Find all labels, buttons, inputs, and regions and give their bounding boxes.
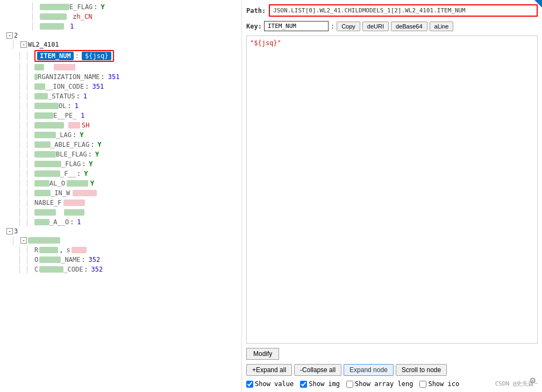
tree-indent [19, 140, 26, 149]
node-value: Y [89, 160, 92, 168]
tree-node-n-cn [0, 208, 241, 217]
tree-node-wl2-4101[interactable]: - WL2_4101 [0, 40, 241, 49]
tree-node-3-c-code: C _CODE : 352 [0, 265, 241, 274]
tree-node-index-3[interactable]: - 3 [0, 227, 241, 236]
json-tree-panel: E_FLAG : Y zh_CN 1 - 2 - WL2_4101 [0, 0, 242, 392]
node-key: _STATUS [48, 92, 75, 100]
debase64-button[interactable]: deBase64 [391, 22, 427, 31]
node-key: AL_O [49, 180, 65, 187]
blurred-key [39, 266, 63, 273]
action-row: +Expand all -Collapse all Expand node Sc… [246, 364, 538, 376]
tree-node-index-2[interactable]: - 2 [0, 31, 241, 40]
colon: : [77, 170, 81, 177]
node-key: __ION_CODE [45, 83, 84, 90]
deuri-button[interactable]: deURI [362, 22, 389, 31]
tree-indent [27, 111, 33, 120]
show-value-checkbox[interactable]: Show value [246, 380, 294, 388]
path-input[interactable] [269, 4, 538, 17]
show-img-checkbox[interactable]: Show img [300, 380, 340, 388]
wl2-label: WL2_4101 [28, 41, 59, 48]
toggle-icon[interactable]: - [20, 237, 27, 244]
colon: : [101, 73, 105, 81]
tree-indent [27, 102, 33, 110]
node-value: 1 [77, 218, 81, 226]
tree-node-ol: OL : 1 [0, 101, 241, 111]
node-key: OL [59, 102, 66, 110]
tree-indent [19, 82, 26, 91]
show-value-input[interactable] [246, 381, 253, 388]
node-key: BLE_FLAG [56, 151, 87, 158]
index-label: 2 [14, 32, 18, 39]
show-ico-checkbox[interactable]: Show ico [419, 380, 459, 388]
node-value: 351 [108, 73, 120, 81]
node-key: C [34, 266, 38, 273]
tree-indent [27, 208, 33, 217]
tree-indent [27, 92, 33, 101]
key-input[interactable] [264, 21, 329, 31]
blurred-value [73, 190, 97, 196]
node-value: 1 [70, 23, 74, 30]
blurred-key [34, 151, 56, 158]
blurred-key [39, 256, 61, 263]
modify-button[interactable]: Modify [246, 348, 279, 360]
node-key-2: _CODE [63, 266, 83, 273]
tree-node-s-a-o: _A__O : 1 [0, 217, 241, 227]
path-label: Path: [246, 7, 266, 15]
index-label: 3 [14, 227, 18, 235]
tree-indent [27, 121, 33, 130]
tree-node-3-sub[interactable]: - [0, 236, 241, 245]
blurred-parent-label [28, 237, 60, 244]
blurred-key [34, 161, 61, 167]
colon: : [85, 83, 89, 90]
tree-indent [19, 52, 26, 60]
blurred-value [54, 64, 75, 70]
show-img-input[interactable] [300, 381, 307, 388]
colon: : [76, 92, 80, 100]
node-value: Y [101, 3, 105, 11]
tree-indent [19, 111, 26, 120]
node-key: NABLE_F [34, 199, 62, 206]
tree-indent [27, 140, 33, 149]
toggle-icon[interactable]: - [20, 41, 27, 48]
colon [65, 23, 69, 30]
tree-node-item-num[interactable]: ITEM_NUM : ${jsq} ➤ [0, 49, 241, 62]
tree-indent [19, 73, 26, 81]
blurred-key [34, 64, 44, 70]
tree-indent [27, 131, 33, 139]
tree-indent [32, 3, 39, 11]
aline-button[interactable]: aLine [430, 22, 454, 31]
colon: : [84, 266, 88, 273]
tree-indent [27, 189, 33, 197]
blurred-key [34, 103, 59, 109]
show-array-leng-label: Show array leng [355, 380, 413, 388]
node-key: R [34, 246, 38, 254]
blurred-key2 [67, 180, 88, 187]
node-key: RGANIZATION_NAME [38, 73, 100, 81]
node-value: Y [84, 170, 88, 177]
toggle-icon[interactable]: - [6, 228, 13, 234]
show-array-leng-input[interactable] [346, 381, 353, 388]
toggle-icon[interactable]: - [6, 32, 13, 39]
show-ico-input[interactable] [419, 381, 426, 388]
show-array-leng-checkbox[interactable]: Show array leng [346, 380, 413, 388]
watermark: CSDN @史先森~ [495, 380, 538, 388]
blurred-key [34, 209, 56, 216]
blurred-key [34, 122, 64, 129]
key-row: Key: : Copy deURI deBase64 aLine [246, 21, 538, 31]
node-value: 1 [83, 92, 87, 100]
tree-indent [27, 82, 33, 91]
tree-indent [19, 218, 26, 226]
tree-indent [27, 265, 33, 274]
node-s: s [66, 246, 70, 254]
tree-node-ct-code: __ION_CODE : 351 [0, 82, 241, 91]
collapse-all-button[interactable]: -Collapse all [294, 364, 341, 376]
show-img-label: Show img [309, 380, 340, 388]
blurred-value [63, 199, 85, 206]
tree-node-is: 1 [0, 22, 241, 31]
tree-node-pe: E__PE_ 1 [0, 111, 241, 120]
expand-all-button[interactable]: +Expand all [246, 364, 292, 376]
expand-node-button[interactable]: Expand node [344, 364, 394, 376]
scroll-to-node-button[interactable]: Scroll to node [396, 364, 447, 376]
copy-button[interactable]: Copy [337, 22, 360, 31]
value-textarea[interactable]: "${jsq}" [246, 35, 538, 344]
